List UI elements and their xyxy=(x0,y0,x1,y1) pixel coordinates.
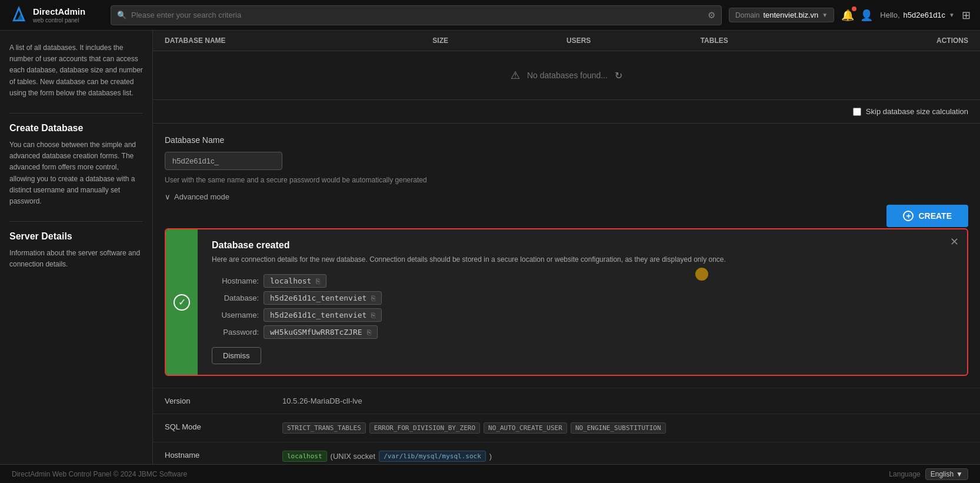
footer-copyright: DirectAdmin Web Control Panel © 2024 JBM… xyxy=(12,470,187,478)
language-selector[interactable]: English ▼ xyxy=(925,468,968,480)
col-users: Users xyxy=(566,36,701,45)
footer-right: Language English ▼ xyxy=(889,468,968,480)
refresh-icon[interactable]: ↻ xyxy=(615,70,622,81)
notification-body: Database created Here are connection det… xyxy=(198,229,967,375)
sql-mode-key: SQL Mode xyxy=(165,422,282,431)
sidebar: A list of all databases. It includes the… xyxy=(0,31,153,464)
advanced-toggle-label: Advanced mode xyxy=(174,192,229,201)
notification-title: Database created xyxy=(212,240,953,251)
server-hostname-row: Hostname localhost (UNIX socket /var/lib… xyxy=(153,442,980,464)
search-bar[interactable]: 🔍 ⚙ xyxy=(111,5,722,25)
database-row: Database: h5d2e61d1c_tentenviet ⎘ xyxy=(212,291,953,305)
version-value: 10.5.26-MariaDB-cll-lve xyxy=(282,397,362,405)
db-name-input[interactable] xyxy=(165,152,282,170)
advanced-mode-toggle[interactable]: ∨ Advanced mode xyxy=(165,192,968,201)
notifications-icon[interactable]: 🔔 xyxy=(841,9,854,22)
table-header: Database Name Size Users Tables Actions xyxy=(153,31,980,51)
database-value: h5d2e61d1c_tentenviet ⎘ xyxy=(264,291,382,305)
notification-close-button[interactable]: ✕ xyxy=(950,235,959,248)
header-right: Domain tentenviet.biz.vn ▼ 🔔 👤 Hello, h5… xyxy=(729,8,971,22)
language-chevron-icon: ▼ xyxy=(956,470,963,478)
server-details-title: Server Details xyxy=(9,231,143,242)
domain-label: Domain xyxy=(735,11,759,19)
version-key: Version xyxy=(165,397,282,405)
warning-icon: ⚠ xyxy=(511,69,520,82)
username-label: Username: xyxy=(212,311,259,319)
col-tables: Tables xyxy=(701,36,835,45)
hostname-label: Hostname: xyxy=(212,277,259,285)
logo: DirectAdmin web control panel xyxy=(9,6,104,25)
svg-marker-1 xyxy=(16,13,25,20)
server-hostname-val: localhost (UNIX socket /var/lib/mysql/my… xyxy=(282,451,492,462)
socket-path-badge: /var/lib/mysql/mysql.sock xyxy=(379,451,486,462)
sidebar-list-description: A list of all databases. It includes the… xyxy=(9,42,143,99)
skip-size-checkbox[interactable] xyxy=(853,108,861,116)
hostname-row: Hostname: localhost ⎘ xyxy=(212,274,953,288)
page-body: A list of all databases. It includes the… xyxy=(0,31,980,483)
chevron-down-icon: ∨ xyxy=(165,192,171,201)
header: DirectAdmin web control panel 🔍 ⚙ Domain… xyxy=(0,0,980,31)
username-copy-icon[interactable]: ⎘ xyxy=(371,311,375,319)
domain-selector[interactable]: Domain tentenviet.biz.vn ▼ xyxy=(729,8,834,22)
empty-message: No databases found... xyxy=(527,71,608,80)
form-hint: User with the same name and a secure pas… xyxy=(165,176,968,184)
logo-sub: web control panel xyxy=(33,17,85,24)
username-value: h5d2e61d1c_tentenviet ⎘ xyxy=(264,308,382,322)
notification-inner: ✓ Database created Here are connection d… xyxy=(166,229,967,375)
hostname-close: ) xyxy=(489,452,492,461)
directadmin-logo-icon xyxy=(9,6,28,25)
database-copy-icon[interactable]: ⎘ xyxy=(371,294,375,302)
skip-size-label: Skip database size calculation xyxy=(866,107,968,116)
apps-grid-icon[interactable]: ⊞ xyxy=(962,9,971,22)
username-text: h5d2e61d1c xyxy=(904,11,946,19)
col-db-name: Database Name xyxy=(165,36,432,45)
hello-text: Hello, xyxy=(880,11,899,19)
notification-fields: Hostname: localhost ⎘ Database: h5d2e61d… xyxy=(212,274,953,339)
language-value: English xyxy=(931,470,954,478)
skip-row: Skip database size calculation xyxy=(153,100,980,124)
sql-mode-values: STRICT_TRANS_TABLES ERROR_FOR_DIVISION_B… xyxy=(282,422,666,434)
sql-mode-4: NO_ENGINE_SUBSTITUTION xyxy=(571,422,666,434)
password-row: Password: wH5kuGSMfUwRR8TcZJRE ⎘ xyxy=(212,325,953,339)
sidebar-divider-2 xyxy=(9,221,143,222)
notification-description: Here are connection details for the new … xyxy=(212,254,953,265)
hostname-copy-icon[interactable]: ⎘ xyxy=(316,277,320,285)
unix-socket-text: (UNIX socket xyxy=(331,452,376,461)
user-profile-icon[interactable]: 👤 xyxy=(860,9,873,22)
domain-value: tentenviet.biz.vn xyxy=(763,11,818,19)
localhost-badge: localhost xyxy=(282,451,327,462)
search-icon: 🔍 xyxy=(117,11,126,19)
col-size: Size xyxy=(432,36,566,45)
success-check-icon: ✓ xyxy=(174,294,190,311)
sql-mode-2: ERROR_FOR_DIVISION_BY_ZERO xyxy=(369,422,480,434)
create-database-title: Create Database xyxy=(9,123,143,134)
password-copy-icon[interactable]: ⎘ xyxy=(367,328,371,337)
user-menu[interactable]: Hello, h5d2e61d1c ▼ xyxy=(880,11,955,19)
main-content: Database Name Size Users Tables Actions … xyxy=(153,31,980,464)
dismiss-button[interactable]: Dismiss xyxy=(212,347,261,364)
database-table: Database Name Size Users Tables Actions … xyxy=(153,31,980,100)
create-button-label: CREATE xyxy=(918,211,952,221)
search-settings-icon[interactable]: ⚙ xyxy=(708,10,715,21)
version-row: Version 10.5.26-MariaDB-cll-lve xyxy=(153,388,980,414)
username-row: Username: h5d2e61d1c_tentenviet ⎘ xyxy=(212,308,953,322)
notification-success-bar: ✓ xyxy=(166,229,198,375)
search-input[interactable] xyxy=(131,11,703,19)
db-name-label: Database Name xyxy=(165,135,968,145)
col-actions: Actions xyxy=(834,36,968,45)
language-label: Language xyxy=(889,470,920,478)
header-icons: 🔔 👤 xyxy=(841,9,873,22)
sql-mode-row: SQL Mode STRICT_TRANS_TABLES ERROR_FOR_D… xyxy=(153,414,980,442)
password-value: wH5kuGSMfUwRR8TcZJRE ⎘ xyxy=(264,325,378,339)
notification-badge xyxy=(852,6,856,11)
database-created-notification: ✕ ✓ Database created Here are connection… xyxy=(165,228,968,376)
hostname-value: localhost ⎘ xyxy=(264,274,326,288)
content-area: A list of all databases. It includes the… xyxy=(0,31,980,464)
sql-mode-3: NO_AUTO_CREATE_USER xyxy=(484,422,567,434)
database-label: Database: xyxy=(212,294,259,302)
user-dropdown-icon: ▼ xyxy=(949,12,955,18)
create-button[interactable]: + CREATE xyxy=(886,205,968,227)
create-database-desc: You can choose between the simple and ad… xyxy=(9,139,143,207)
server-hostname-key: Hostname xyxy=(165,451,282,459)
server-info-table: Version 10.5.26-MariaDB-cll-lve SQL Mode… xyxy=(153,388,980,464)
